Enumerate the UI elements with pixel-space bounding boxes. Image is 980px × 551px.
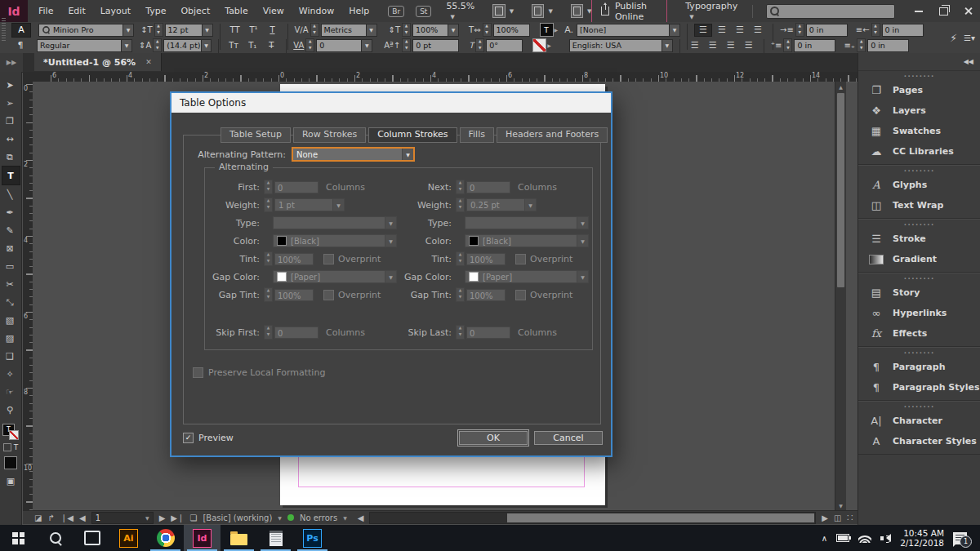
justify-full-button[interactable]: ☰ <box>741 40 757 51</box>
panel-item-stroke[interactable]: ☰Stroke <box>858 229 980 249</box>
gap-tint-stepper[interactable]: ▲▼ <box>456 287 465 302</box>
right-indent-field[interactable]: 0 in <box>882 24 924 37</box>
chevron-down-icon[interactable]: ▼ <box>548 8 552 15</box>
align-right-button[interactable]: ☰ <box>732 24 748 36</box>
gap-tint-field[interactable]: 100% <box>466 289 506 301</box>
scroll-left-icon[interactable]: ◀ <box>358 513 364 522</box>
collapse-panels-icon[interactable]: ◀◀ <box>858 53 980 71</box>
tint-field[interactable]: 100% <box>466 253 506 265</box>
justify-left-button[interactable]: ☰ <box>750 24 766 36</box>
scrollbar-thumb[interactable] <box>837 93 844 287</box>
panel-item-layers[interactable]: ❖Layers <box>858 100 980 121</box>
screen-mode-button[interactable]: ▣ <box>7 476 15 487</box>
gap-tool[interactable]: ↔ <box>2 130 19 148</box>
stroke-type-select[interactable]: ▼ <box>273 216 397 229</box>
page-number-select[interactable]: 1▼ <box>91 512 154 524</box>
first-line-indent-field[interactable]: 0 in <box>794 39 835 52</box>
next-field[interactable]: 0 <box>466 181 510 193</box>
note-tool[interactable]: ❑ <box>2 347 19 365</box>
chevron-down-icon[interactable]: ▼ <box>343 515 347 521</box>
pencil-tool[interactable]: ✎ <box>2 221 19 239</box>
first-stepper[interactable]: ▲▼ <box>264 180 273 194</box>
flyout-icon[interactable]: ▶ <box>555 27 559 33</box>
justify-right-button[interactable]: ☰ <box>705 40 721 51</box>
dialog-tab-column-strokes[interactable]: Column Strokes <box>368 127 457 143</box>
all-caps-button[interactable]: TT <box>227 24 243 36</box>
panel-item-pages[interactable]: ❐Pages <box>858 80 980 100</box>
horizontal-scale-field[interactable]: 100% <box>493 24 530 37</box>
preflight-icon[interactable]: ◪ <box>34 513 42 522</box>
gap-color-select[interactable]: [Paper]▼ <box>465 270 589 283</box>
panel-item-cc-libraries[interactable]: ☁CC Libraries <box>858 141 980 162</box>
color-select[interactable]: [Black]▼ <box>465 234 589 247</box>
panel-group-handle[interactable]: ∙∙∙∙∙∙∙∙ <box>858 71 980 80</box>
restore-button[interactable] <box>931 0 956 22</box>
menu-item-help[interactable]: Help <box>341 6 376 16</box>
skew-stepper[interactable]: ▲▼ <box>475 38 484 52</box>
menu-item-table[interactable]: Table <box>217 6 255 16</box>
scroll-right-icon[interactable]: ▶ <box>822 513 828 522</box>
character-style-select[interactable]: [None]▼ <box>577 24 680 37</box>
menu-item-layout[interactable]: Layout <box>93 6 138 16</box>
panel-group-handle[interactable]: ∙∙∙∙∙∙∙∙ <box>858 220 980 229</box>
selection-tool[interactable]: ➤ <box>2 76 19 94</box>
zoom-level-select[interactable]: 55.5%▼ <box>446 1 474 22</box>
flyout-icon[interactable]: ▶ <box>547 42 551 48</box>
taskbar-chrome-button[interactable] <box>147 525 184 551</box>
font-size-stepper[interactable]: ▲▼ <box>154 23 163 37</box>
panel-group-handle[interactable]: ∙∙∙∙∙∙∙∙ <box>858 166 980 175</box>
free-transform-tool[interactable]: ⤡ <box>2 293 19 311</box>
right-indent-stepper[interactable]: ▲▼ <box>871 23 880 37</box>
superscript-button[interactable]: T¹ <box>246 24 262 36</box>
scissors-tool[interactable]: ✂ <box>2 275 19 293</box>
align-left-button[interactable]: ☰ <box>694 24 712 37</box>
taskbar-illustrator[interactable]: Ai <box>110 525 147 551</box>
vertical-scale-stepper[interactable]: ▲▼ <box>402 23 411 37</box>
font-family-select[interactable]: Minion Pro▼ <box>38 24 134 37</box>
panel-group-handle[interactable]: ∙∙∙∙∙∙∙∙ <box>858 273 980 282</box>
action-center-icon[interactable]: 1 <box>953 532 967 544</box>
gap-color-select[interactable]: [Paper]▼ <box>273 270 397 283</box>
gap-tint-field[interactable]: 100% <box>274 289 314 301</box>
arrange-documents-icon[interactable] <box>571 4 583 18</box>
skip-last-stepper[interactable]: ▲▼ <box>456 325 465 340</box>
stock-button[interactable]: St <box>416 6 431 17</box>
tray-chevron-icon[interactable]: ∧ <box>822 534 827 543</box>
skip-last-field[interactable]: 0 <box>466 327 510 339</box>
search-box[interactable] <box>766 4 895 19</box>
vertical-scale-select[interactable]: 100%▼ <box>412 24 459 37</box>
bridge-button[interactable]: Br <box>388 6 404 17</box>
underline-button[interactable]: T <box>265 24 281 36</box>
frame-tool[interactable]: ⊠ <box>2 239 19 257</box>
justify-center-button[interactable]: ☰ <box>687 40 703 51</box>
left-indent-field[interactable]: 0 in <box>806 24 848 37</box>
first-field[interactable]: 0 <box>274 181 318 193</box>
workspace-select[interactable]: Typography▼ <box>685 1 737 22</box>
chevron-down-icon[interactable]: ▼ <box>278 515 282 521</box>
line-tool[interactable]: ╲ <box>2 185 19 203</box>
align-center-button[interactable]: ☰ <box>714 24 730 36</box>
gap-tint-stepper[interactable]: ▲▼ <box>264 287 273 302</box>
close-button[interactable] <box>956 0 980 22</box>
preflight-profile[interactable]: [Basic] (working) <box>203 513 272 522</box>
clock[interactable]: 10:45 AM 2/12/2018 <box>900 528 944 548</box>
taskbar-task-view-button[interactable] <box>74 525 110 551</box>
first-page-button[interactable]: ❘◀ <box>60 513 74 522</box>
zoom-tool[interactable]: ⚲ <box>2 401 19 419</box>
panel-item-gradient[interactable]: Gradient <box>858 249 980 269</box>
fill-stroke-controls[interactable]: T <box>2 424 19 440</box>
panel-item-paragraph-styles[interactable]: ¶Paragraph Styles <box>858 377 980 398</box>
overprint-checkbox[interactable] <box>323 254 334 264</box>
last-line-indent-field[interactable]: 0 in <box>867 39 909 52</box>
small-caps-button[interactable]: Tᴛ <box>225 39 242 51</box>
baseline-shift-field[interactable]: 0 pt <box>412 39 459 52</box>
leading-stepper[interactable]: ▲▼ <box>153 38 162 52</box>
document-tab[interactable]: *Untitled-1 @ 56% ✕ <box>34 53 162 71</box>
taskbar-file-explorer-button[interactable] <box>220 525 257 551</box>
spread-view-icon[interactable]: ◫ <box>834 513 841 522</box>
next-page-button[interactable]: ▶ <box>159 513 166 522</box>
screen-mode-icon[interactable] <box>532 4 544 18</box>
skew-field[interactable]: 0° <box>486 39 523 52</box>
color-select[interactable]: [Black]▼ <box>273 234 397 247</box>
type-tool[interactable]: T <box>2 166 20 185</box>
